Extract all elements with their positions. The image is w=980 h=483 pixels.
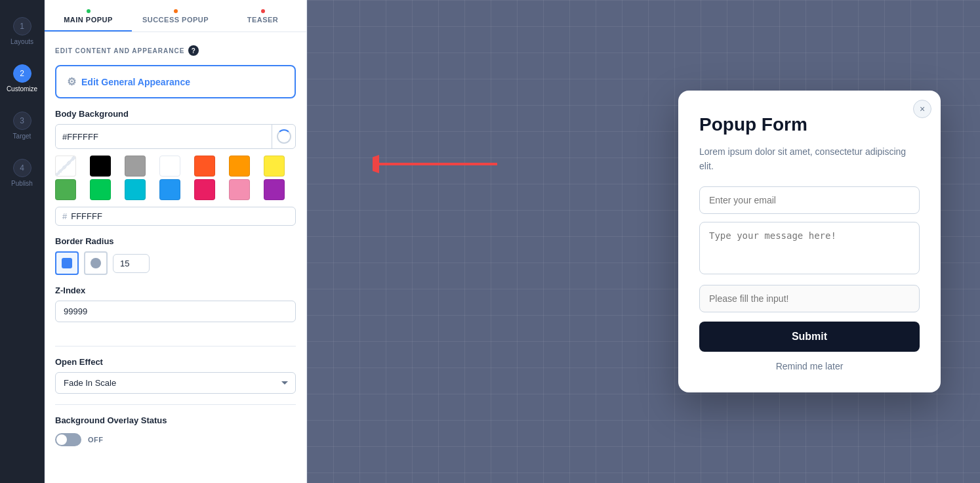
swatch-blue[interactable] bbox=[159, 179, 180, 200]
divider-1 bbox=[55, 346, 296, 346]
popup-email-input[interactable] bbox=[699, 186, 920, 214]
step-label-3: Target bbox=[13, 133, 31, 140]
open-effect-label: Open Effect bbox=[55, 357, 296, 367]
border-radius-label: Border Radius bbox=[55, 236, 296, 246]
tab-teaser[interactable]: TEASER bbox=[219, 0, 306, 32]
body-background-label: Body Background bbox=[55, 109, 296, 119]
swatch-transparent[interactable] bbox=[55, 156, 76, 177]
section-label: EDIT CONTENT AND APPEARANCE ? bbox=[55, 45, 296, 56]
sidebar-step-3[interactable]: 3 Target bbox=[0, 102, 44, 150]
swatch-black[interactable] bbox=[90, 156, 111, 177]
swatch-white[interactable] bbox=[159, 156, 180, 177]
popup-close-button[interactable]: × bbox=[913, 100, 931, 118]
step-label-2: Customize bbox=[7, 85, 37, 93]
hex-input-row: # bbox=[55, 207, 296, 226]
swatch-light-pink[interactable] bbox=[229, 179, 250, 200]
popup-description: Lorem ipsum dolor sit amet, consectetur … bbox=[699, 144, 920, 174]
br-square-icon bbox=[62, 258, 72, 268]
popup-remind-link[interactable]: Remind me later bbox=[699, 361, 920, 371]
hex-hash: # bbox=[62, 211, 67, 221]
main-popup-dot bbox=[87, 9, 91, 13]
popup-error-input[interactable] bbox=[699, 285, 920, 312]
step-circle-3: 3 bbox=[13, 112, 31, 130]
step-circle-4: 4 bbox=[13, 159, 31, 177]
step-circle-1: 1 bbox=[13, 17, 31, 35]
border-radius-input[interactable] bbox=[113, 254, 150, 273]
overlay-toggle[interactable] bbox=[55, 433, 81, 446]
color-text-input[interactable] bbox=[56, 127, 272, 147]
tab-teaser-label: TEASER bbox=[247, 16, 279, 24]
step-circle-2: 2 bbox=[13, 64, 31, 83]
zindex-input[interactable] bbox=[55, 301, 296, 322]
swatch-orange[interactable] bbox=[229, 156, 250, 177]
swatch-yellow[interactable] bbox=[264, 156, 285, 177]
swatch-pink[interactable] bbox=[194, 179, 215, 200]
arrow-annotation bbox=[373, 144, 504, 184]
help-icon[interactable]: ? bbox=[188, 45, 199, 56]
settings-panel: MAIN POPUP SUCCESS POPUP TEASER EDIT CON… bbox=[45, 0, 307, 483]
spinner-circle bbox=[277, 129, 291, 144]
popup-submit-button[interactable]: Submit bbox=[699, 322, 920, 352]
tab-success-popup[interactable]: SUCCESS POPUP bbox=[132, 0, 219, 32]
swatch-green[interactable] bbox=[90, 179, 111, 200]
border-radius-options bbox=[55, 251, 296, 275]
step-label-4: Publish bbox=[11, 180, 33, 188]
appearance-title-label: Edit General Appearance bbox=[81, 77, 190, 87]
left-sidebar: 1 Layouts 2 Customize 3 Target 4 Publish bbox=[0, 0, 45, 483]
panel-content: EDIT CONTENT AND APPEARANCE ? ⚙ Edit Gen… bbox=[45, 32, 306, 483]
swatch-gray[interactable] bbox=[125, 156, 146, 177]
swatch-orange-red[interactable] bbox=[194, 156, 215, 177]
color-spinner[interactable] bbox=[272, 125, 295, 148]
color-input-row bbox=[55, 124, 296, 149]
canvas: × Popup Form Lorem ipsum dolor sit amet,… bbox=[307, 0, 980, 483]
toggle-knob bbox=[56, 434, 67, 445]
hex-input[interactable] bbox=[71, 211, 289, 221]
sidebar-step-4[interactable]: 4 Publish bbox=[0, 150, 44, 197]
step-label-1: Layouts bbox=[10, 38, 33, 46]
success-popup-dot bbox=[174, 9, 178, 13]
overlay-label: Background Overlay Status bbox=[55, 415, 296, 425]
zindex-label: Z-Index bbox=[55, 285, 296, 295]
popup-card: × Popup Form Lorem ipsum dolor sit amet,… bbox=[678, 91, 941, 393]
popup-message-input[interactable] bbox=[699, 222, 920, 274]
gear-icon: ⚙ bbox=[67, 75, 76, 88]
popup-title: Popup Form bbox=[699, 114, 920, 135]
tab-success-popup-label: SUCCESS POPUP bbox=[142, 16, 209, 24]
br-square-option[interactable] bbox=[55, 251, 79, 275]
swatches-grid bbox=[55, 156, 296, 200]
sidebar-step-1[interactable]: 1 Layouts bbox=[0, 8, 44, 55]
teaser-dot bbox=[261, 9, 265, 13]
toggle-row: OFF bbox=[55, 433, 296, 446]
swatch-purple[interactable] bbox=[264, 179, 285, 200]
open-effect-select[interactable]: Fade In Scale Slide In Zoom In Bounce bbox=[55, 372, 296, 394]
appearance-title[interactable]: ⚙ Edit General Appearance bbox=[67, 75, 284, 88]
tab-main-popup-label: MAIN POPUP bbox=[64, 16, 113, 24]
popup-tabs: MAIN POPUP SUCCESS POPUP TEASER bbox=[45, 0, 306, 32]
br-circle-icon bbox=[91, 258, 101, 268]
swatch-light-green[interactable] bbox=[55, 179, 76, 200]
sidebar-step-2[interactable]: 2 Customize bbox=[0, 55, 44, 102]
divider-2 bbox=[55, 404, 296, 405]
swatch-cyan[interactable] bbox=[125, 179, 146, 200]
appearance-box: ⚙ Edit General Appearance bbox=[55, 65, 296, 98]
br-circle-option[interactable] bbox=[84, 251, 108, 275]
toggle-state-label: OFF bbox=[88, 436, 104, 444]
tab-main-popup[interactable]: MAIN POPUP bbox=[45, 0, 132, 32]
